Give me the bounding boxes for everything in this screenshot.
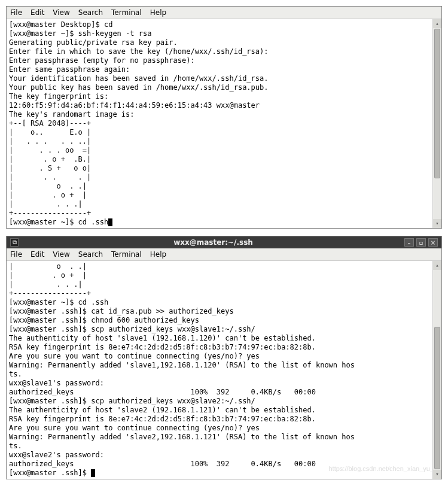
menu-edit[interactable]: Edit [31,250,44,259]
menu-file[interactable]: File [10,8,22,17]
titlebar[interactable]: ⧉ wxx@master:~/.ssh – ▫ × [7,236,441,248]
scroll-thumb[interactable] [434,327,440,469]
menubar: File Edit View Search Terminal Help [7,7,441,19]
terminal-window-1: File Edit View Search Terminal Help [wxx… [6,6,442,229]
menubar-2: File Edit View Search Terminal Help [7,248,441,261]
scroll-down-icon[interactable]: ▾ [433,219,441,228]
scrollbar-2[interactable]: ▴ ▾ [432,261,441,479]
terminal-window-2: ⧉ wxx@master:~/.ssh – ▫ × File Edit View… [6,236,442,479]
menu-file[interactable]: File [10,250,22,259]
scroll-down-icon[interactable]: ▾ [433,470,441,479]
cursor-icon [91,469,95,477]
menu-terminal[interactable]: Terminal [111,250,142,259]
cursor-icon [108,218,112,226]
maximize-button[interactable]: ▫ [416,238,426,247]
menu-view[interactable]: View [53,250,69,259]
scroll-up-icon[interactable]: ▴ [433,19,441,28]
menu-terminal[interactable]: Terminal [111,8,142,17]
terminal-icon: ⧉ [10,238,19,247]
menu-help[interactable]: Help [150,250,166,259]
terminal-content-1[interactable]: [wxx@master Desktop]$ cd [wxx@master ~]$… [7,19,432,228]
scroll-thumb[interactable] [434,29,440,178]
menu-view[interactable]: View [53,8,69,17]
menu-search[interactable]: Search [78,250,103,259]
terminal-content-2[interactable]: | o . .| | . o + | | . . .| +-----------… [7,261,432,479]
window-title: wxx@master:~/.ssh [22,238,404,247]
close-button[interactable]: × [428,238,438,247]
minimize-button[interactable]: – [404,238,414,247]
menu-edit[interactable]: Edit [31,8,44,17]
menu-search[interactable]: Search [78,8,103,17]
menu-help[interactable]: Help [150,8,166,17]
scrollbar-1[interactable]: ▴ ▾ [432,19,441,228]
scroll-up-icon[interactable]: ▴ [433,261,441,270]
